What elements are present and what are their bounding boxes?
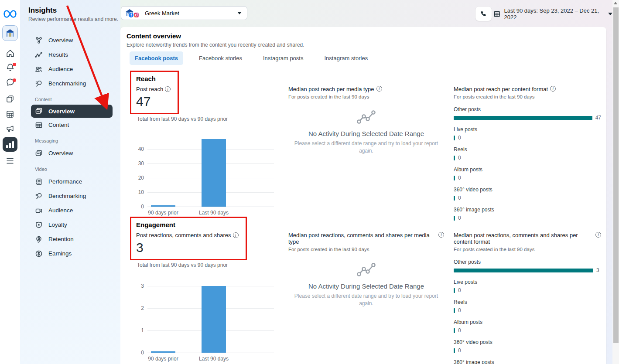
svg-text:f: f bbox=[130, 13, 132, 17]
panel-title: Median post reach per media type i bbox=[288, 86, 444, 92]
sidebar-subtitle: Review performance results and more. bbox=[28, 16, 118, 22]
x-tick-label: 90 days prior bbox=[139, 210, 187, 216]
sidebar-section-messaging: Messaging bbox=[20, 132, 120, 146]
sidebar-item-content-overview[interactable]: Overview bbox=[31, 105, 113, 118]
sidebar-item-video-benchmarking[interactable]: Benchmarking bbox=[20, 189, 120, 203]
gridline bbox=[147, 353, 274, 353]
format-item: Reels0 bbox=[454, 146, 601, 161]
sidebar-item-video-performance[interactable]: Performance bbox=[20, 174, 120, 189]
sidebar-item-benchmarking[interactable]: Benchmarking bbox=[20, 76, 120, 91]
format-item: Album posts0 bbox=[454, 319, 601, 333]
tab-facebook-stories[interactable]: Facebook stories bbox=[194, 51, 247, 65]
format-item-label: Other posts bbox=[454, 259, 601, 265]
y-tick-label: 40 bbox=[133, 146, 144, 152]
y-tick-label: 1 bbox=[133, 327, 144, 333]
sidebar-item-label: Earnings bbox=[48, 250, 72, 257]
date-range-selector[interactable]: Last 90 days: Sep 23, 2022 – Dec 21, 202… bbox=[493, 9, 612, 19]
sidebar-item-messaging-overview[interactable]: Overview bbox=[20, 146, 120, 160]
sidebar-item-video-audience[interactable]: Audience bbox=[20, 203, 120, 218]
main-area: f Greek Market Last 90 days: Sep 23, 202… bbox=[120, 0, 612, 364]
info-icon[interactable]: i bbox=[550, 86, 556, 92]
phone-button[interactable] bbox=[475, 7, 492, 21]
more-menu-icon[interactable] bbox=[0, 156, 20, 166]
reach-content-format-panel: Median post reach per content format i F… bbox=[454, 71, 601, 227]
info-icon[interactable]: i bbox=[233, 232, 239, 238]
panel-subtitle: For posts created in the last 90 days bbox=[454, 94, 601, 99]
sidebar-item-audience[interactable]: Audience bbox=[20, 62, 120, 76]
info-icon[interactable]: i bbox=[165, 86, 171, 92]
format-item-bar-row: 0 bbox=[454, 327, 601, 333]
date-range-label: Last 90 days: Sep 23, 2022 – Dec 21, 202… bbox=[504, 7, 605, 20]
sidebar-item-video-earnings[interactable]: Earnings bbox=[20, 246, 120, 261]
sidebar-nav: Overview Results Audience Benchmarking C… bbox=[20, 33, 120, 261]
meta-infinity-icon bbox=[3, 10, 17, 18]
sidebar-item-label: Results bbox=[48, 51, 68, 58]
posts-icon[interactable] bbox=[0, 94, 20, 105]
content-overview-icon bbox=[35, 107, 43, 115]
format-item-value: 0 bbox=[458, 175, 461, 181]
reach-bar-chart: 01020304090 days priorLast 90 days bbox=[147, 132, 278, 215]
business-avatar[interactable] bbox=[0, 25, 20, 41]
x-tick-label: Last 90 days bbox=[190, 356, 238, 362]
tab-facebook-posts[interactable]: Facebook posts bbox=[130, 51, 183, 65]
format-item-bar-row: 0 bbox=[454, 135, 601, 141]
format-item-bar bbox=[454, 136, 455, 140]
meta-logo[interactable] bbox=[0, 8, 20, 20]
insights-rail-icon[interactable] bbox=[0, 136, 20, 153]
tab-instagram-stories[interactable]: Instagram stories bbox=[319, 51, 373, 65]
engagement-metric-value: 3 bbox=[136, 240, 239, 255]
phone-icon bbox=[480, 10, 487, 17]
table-icon bbox=[35, 121, 43, 129]
info-icon[interactable]: i bbox=[595, 232, 601, 238]
ads-icon[interactable] bbox=[0, 123, 20, 133]
reach-metric-box-annotated: Reach Post reach i 47 bbox=[130, 71, 179, 114]
inbox-icon[interactable] bbox=[0, 77, 20, 87]
format-item: Reels0 bbox=[454, 299, 601, 313]
format-item-label: 360° video posts bbox=[454, 187, 601, 193]
format-item-label: 360° image posts bbox=[454, 359, 601, 364]
format-item: Live posts0 bbox=[454, 126, 601, 141]
format-item-value: 0 bbox=[458, 155, 461, 161]
page-subtitle: Explore noteworthy trends from the conte… bbox=[127, 42, 304, 48]
format-item-bar bbox=[454, 308, 455, 313]
no-activity-chart-icon bbox=[356, 262, 377, 277]
engagement-format-list: Other posts3Live posts0Reels0Album posts… bbox=[454, 259, 601, 364]
asset-selector-dropdown[interactable]: f Greek Market bbox=[121, 6, 247, 20]
no-activity-chart-icon bbox=[356, 109, 377, 125]
sidebar-item-label: Audience bbox=[48, 207, 73, 214]
notifications-icon[interactable] bbox=[0, 62, 20, 72]
info-icon[interactable]: i bbox=[438, 232, 444, 238]
format-item: 360° video posts0 bbox=[454, 339, 601, 354]
panel-title-text: Median post reach per content format bbox=[454, 86, 548, 92]
tab-instagram-posts[interactable]: Instagram posts bbox=[258, 51, 309, 65]
info-icon[interactable]: i bbox=[376, 86, 382, 92]
shield-icon bbox=[35, 221, 43, 229]
scrollbar-up-arrow[interactable] bbox=[614, 2, 617, 4]
scrollbar-thumb[interactable] bbox=[613, 7, 619, 343]
planner-icon[interactable] bbox=[0, 109, 20, 119]
reach-heading: Reach bbox=[136, 75, 171, 82]
format-item-bar-row: 47 bbox=[454, 115, 601, 121]
bar-last-90-days bbox=[202, 139, 226, 207]
sidebar-item-video-retention[interactable]: Retention bbox=[20, 232, 120, 246]
format-item-bar bbox=[454, 288, 455, 293]
sidebar-item-overview[interactable]: Overview bbox=[20, 33, 120, 48]
sidebar-item-results[interactable]: Results bbox=[20, 48, 120, 62]
sidebar-item-video-loyalty[interactable]: Loyalty bbox=[20, 218, 120, 232]
format-item-bar-row: 0 bbox=[454, 155, 601, 161]
engagement-media-type-panel: Median post reactions, comments and shar… bbox=[288, 217, 444, 307]
asset-selector-label: Greek Market bbox=[145, 10, 237, 17]
engagement-row: Engagement Post reactions, comments and … bbox=[130, 217, 601, 363]
sidebar-item-content-content[interactable]: Content bbox=[20, 118, 120, 132]
sidebar-item-label: Audience bbox=[48, 66, 73, 72]
panel-subtitle: For posts created in the last 90 days bbox=[454, 247, 601, 252]
home-icon[interactable] bbox=[0, 48, 20, 58]
inbox-badge bbox=[13, 78, 16, 82]
person-check-icon bbox=[35, 235, 43, 243]
page-avatar-icon bbox=[2, 25, 18, 41]
engagement-metric-column: Engagement Post reactions, comments and … bbox=[130, 217, 287, 361]
empty-state-title: No Activity During Selected Date Range bbox=[288, 130, 444, 137]
format-item-bar-row: 0 bbox=[454, 287, 601, 293]
notifications-badge bbox=[13, 63, 16, 66]
sidebar-item-label: Overview bbox=[48, 150, 73, 156]
